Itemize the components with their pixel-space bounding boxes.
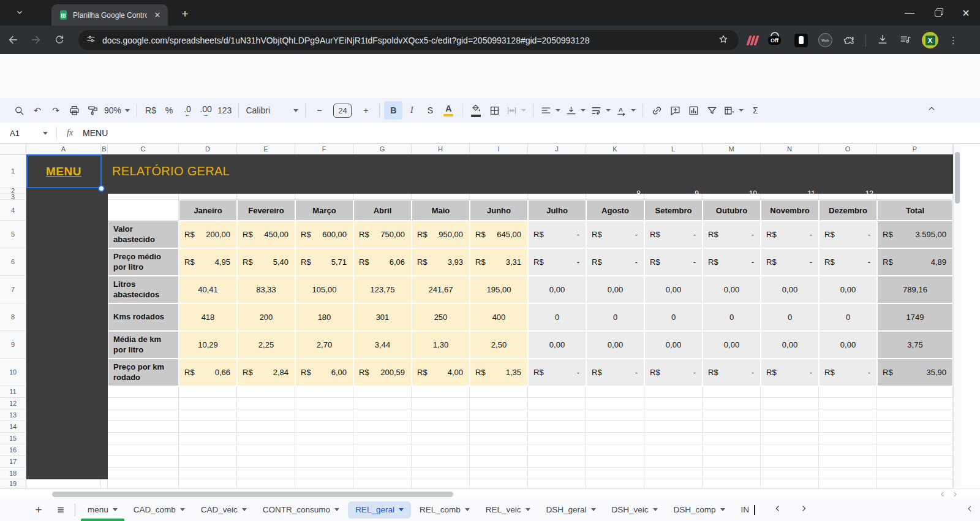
data-cell[interactable]: 0,00 [761,276,819,303]
cell[interactable] [295,398,353,409]
new-tab-button[interactable]: + [176,6,194,23]
cell[interactable] [353,479,412,489]
cell[interactable] [108,200,179,221]
cell[interactable] [877,409,953,421]
cell[interactable] [761,194,819,200]
cell[interactable] [179,409,237,421]
cell[interactable] [237,421,295,433]
data-cell[interactable]: R$- [761,248,819,276]
data-cell[interactable]: R$- [644,221,703,248]
sheet-tab-menu-icon[interactable] [334,508,339,511]
cell[interactable] [877,421,953,433]
row-header-10[interactable]: 10 [0,359,26,386]
cell[interactable] [528,456,586,468]
browser-profile-avatar[interactable]: X [922,32,938,48]
data-cell[interactable]: 0,00 [644,331,703,359]
cell[interactable] [586,194,644,200]
data-cell[interactable]: 2,50 [470,331,528,359]
data-cell[interactable]: 10,29 [179,331,237,359]
cell[interactable] [644,433,703,444]
row-header-9[interactable]: 9 [0,331,26,359]
currency-format-button[interactable]: R$ [141,101,160,120]
data-cell[interactable]: R$200,00 [179,221,237,248]
cell[interactable] [877,398,953,409]
data-cell[interactable]: R$- [703,359,761,386]
search-icon[interactable] [10,101,28,120]
data-cell[interactable]: R$- [703,248,761,276]
data-cell[interactable]: 0 [703,303,761,331]
data-cell[interactable]: R$- [586,359,644,386]
data-cell[interactable]: 105,00 [295,276,353,303]
row-header-7[interactable]: 7 [0,276,26,303]
data-cell[interactable]: 418 [179,303,237,331]
row-header-2[interactable]: 2 [0,188,26,194]
cell[interactable] [586,421,644,433]
cell[interactable] [644,444,703,456]
cell[interactable] [179,468,237,479]
cell[interactable] [353,468,412,479]
vertical-scrollbar[interactable] [953,144,961,489]
sheet-tab-menu-icon[interactable] [653,508,658,511]
cell[interactable] [412,409,470,421]
cell[interactable] [819,444,877,456]
cell[interactable] [412,433,470,444]
sheet-tab-CAD_veic[interactable]: CAD_veic [194,501,254,519]
sheet-tab-REL_geral[interactable]: REL_geral [348,501,411,519]
column-header-C[interactable]: C [108,144,179,154]
data-cell[interactable]: R$645,00 [470,221,528,248]
sheet-tab-IN[interactable]: IN [734,501,763,519]
window-restore-button[interactable] [924,0,952,26]
data-cell[interactable]: 0,00 [644,276,703,303]
cell[interactable] [819,386,877,398]
cell[interactable] [644,386,703,398]
vertical-scrollbar-thumb[interactable] [955,152,960,203]
column-header-E[interactable]: E [237,144,295,154]
cell[interactable] [179,456,237,468]
data-cell[interactable]: R$- [528,248,586,276]
cell[interactable] [470,398,528,409]
data-cell[interactable]: R$- [644,248,703,276]
row-header-4[interactable]: 4 [0,200,26,221]
column-header-I[interactable]: I [470,144,528,154]
cell[interactable] [761,479,819,489]
vertical-align-button[interactable] [563,101,588,120]
extension-off-badge-icon[interactable]: Off [768,33,784,48]
data-cell[interactable]: R$6,00 [295,359,353,386]
print-button[interactable] [65,101,83,120]
text-rotation-button[interactable]: A [613,101,638,120]
cell[interactable] [108,433,179,444]
cell[interactable] [353,444,412,456]
cell[interactable] [295,479,353,489]
cell[interactable] [703,194,761,200]
cell[interactable] [179,398,237,409]
cell[interactable] [353,386,412,398]
cell[interactable] [644,398,703,409]
cell[interactable] [470,479,528,489]
cell[interactable] [353,409,412,421]
data-cell[interactable]: 250 [412,303,470,331]
window-minimize-button[interactable]: — [895,0,924,26]
row-header-18[interactable]: 18 [0,468,26,479]
cell[interactable] [877,468,953,479]
data-cell[interactable]: 0,00 [819,331,877,359]
column-header-B[interactable]: B [101,144,108,154]
text-color-button[interactable]: A [439,101,458,120]
cell[interactable] [101,479,108,489]
cell[interactable] [353,194,412,200]
cell[interactable] [819,479,877,489]
cell[interactable] [761,409,819,421]
sheet-tab-menu[interactable]: menu [80,501,125,519]
cell[interactable] [586,409,644,421]
cell[interactable] [761,398,819,409]
column-header-L[interactable]: L [644,144,703,154]
tabs-scroll-right-icon[interactable] [799,503,809,516]
cell[interactable] [295,386,353,398]
cell[interactable] [703,444,761,456]
cell[interactable] [470,386,528,398]
functions-button[interactable]: Σ [746,101,764,120]
column-header-G[interactable]: G [353,144,412,154]
cell[interactable] [237,433,295,444]
increase-decimal-button[interactable]: .00→ [197,101,215,120]
data-cell[interactable]: 0 [819,303,877,331]
row-header-19[interactable]: 19 [0,479,26,489]
